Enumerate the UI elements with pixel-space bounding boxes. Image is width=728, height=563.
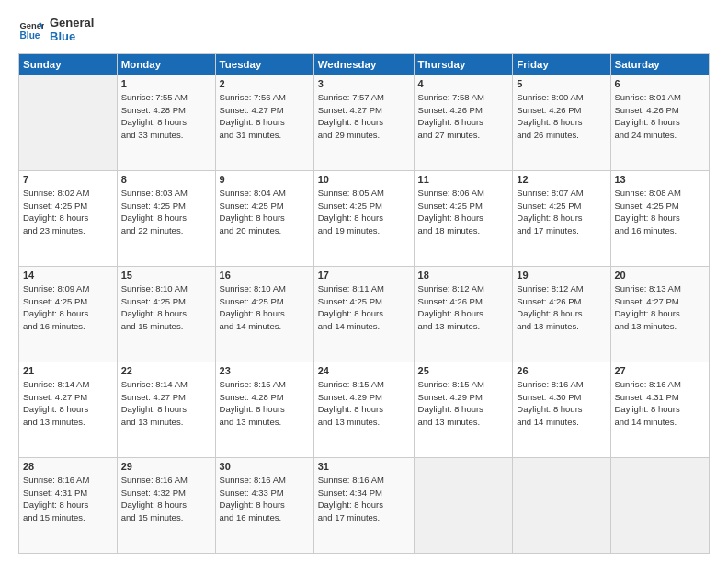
day-cell: 15Sunrise: 8:10 AM Sunset: 4:25 PM Dayli… [117, 266, 215, 362]
day-info: Sunrise: 7:57 AM Sunset: 4:27 PM Dayligh… [318, 91, 410, 142]
day-cell: 24Sunrise: 8:15 AM Sunset: 4:29 PM Dayli… [313, 362, 414, 457]
calendar-body: 1Sunrise: 7:55 AM Sunset: 4:28 PM Daylig… [19, 75, 710, 553]
weekday-sunday: Sunday [19, 53, 118, 75]
day-cell: 17Sunrise: 8:11 AM Sunset: 4:25 PM Dayli… [313, 266, 414, 362]
day-number: 27 [615, 365, 706, 376]
weekday-saturday: Saturday [610, 53, 710, 75]
day-number: 3 [318, 78, 410, 89]
week-row-3: 14Sunrise: 8:09 AM Sunset: 4:25 PM Dayli… [19, 266, 710, 362]
day-number: 25 [418, 365, 509, 376]
day-cell: 27Sunrise: 8:16 AM Sunset: 4:31 PM Dayli… [610, 362, 710, 457]
day-number: 5 [517, 78, 606, 89]
week-row-2: 7Sunrise: 8:02 AM Sunset: 4:25 PM Daylig… [19, 170, 710, 266]
day-cell: 3Sunrise: 7:57 AM Sunset: 4:27 PM Daylig… [313, 75, 414, 170]
day-cell: 4Sunrise: 7:58 AM Sunset: 4:26 PM Daylig… [414, 75, 513, 170]
day-info: Sunrise: 8:05 AM Sunset: 4:25 PM Dayligh… [318, 187, 410, 237]
day-cell: 16Sunrise: 8:10 AM Sunset: 4:25 PM Dayli… [215, 266, 313, 362]
logo: General Blue General Blue [18, 17, 94, 44]
day-number: 22 [121, 365, 211, 376]
calendar-page: General Blue General Blue SundayMondayTu… [0, 0, 728, 563]
day-cell: 1Sunrise: 7:55 AM Sunset: 4:28 PM Daylig… [117, 75, 215, 170]
day-number: 29 [121, 461, 211, 472]
day-number: 11 [418, 174, 509, 185]
day-info: Sunrise: 8:01 AM Sunset: 4:26 PM Dayligh… [615, 91, 706, 142]
day-cell [513, 457, 610, 553]
week-row-5: 28Sunrise: 8:16 AM Sunset: 4:31 PM Dayli… [19, 457, 710, 553]
day-cell: 6Sunrise: 8:01 AM Sunset: 4:26 PM Daylig… [610, 75, 710, 170]
day-info: Sunrise: 8:15 AM Sunset: 4:29 PM Dayligh… [318, 378, 410, 429]
day-cell: 28Sunrise: 8:16 AM Sunset: 4:31 PM Dayli… [19, 457, 118, 553]
day-number: 20 [615, 270, 706, 281]
day-info: Sunrise: 8:14 AM Sunset: 4:27 PM Dayligh… [23, 378, 113, 429]
weekday-header: SundayMondayTuesdayWednesdayThursdayFrid… [19, 53, 710, 75]
day-info: Sunrise: 7:56 AM Sunset: 4:27 PM Dayligh… [220, 91, 310, 142]
day-info: Sunrise: 8:12 AM Sunset: 4:26 PM Dayligh… [418, 282, 509, 333]
day-number: 1 [121, 78, 211, 89]
day-info: Sunrise: 8:03 AM Sunset: 4:25 PM Dayligh… [121, 187, 211, 237]
svg-text:Blue: Blue [20, 30, 40, 40]
day-number: 23 [220, 365, 310, 376]
day-info: Sunrise: 8:09 AM Sunset: 4:25 PM Dayligh… [23, 282, 113, 333]
day-info: Sunrise: 8:10 AM Sunset: 4:25 PM Dayligh… [220, 282, 310, 333]
day-number: 9 [220, 174, 310, 185]
day-number: 12 [517, 174, 606, 185]
day-info: Sunrise: 8:06 AM Sunset: 4:25 PM Dayligh… [418, 187, 509, 237]
day-cell: 2Sunrise: 7:56 AM Sunset: 4:27 PM Daylig… [215, 75, 313, 170]
day-info: Sunrise: 8:16 AM Sunset: 4:30 PM Dayligh… [517, 378, 606, 429]
day-cell: 8Sunrise: 8:03 AM Sunset: 4:25 PM Daylig… [117, 170, 215, 266]
day-info: Sunrise: 8:16 AM Sunset: 4:31 PM Dayligh… [23, 474, 113, 524]
day-cell: 18Sunrise: 8:12 AM Sunset: 4:26 PM Dayli… [414, 266, 513, 362]
day-info: Sunrise: 8:12 AM Sunset: 4:26 PM Dayligh… [517, 282, 606, 333]
day-cell: 20Sunrise: 8:13 AM Sunset: 4:27 PM Dayli… [610, 266, 710, 362]
day-info: Sunrise: 8:16 AM Sunset: 4:31 PM Dayligh… [615, 378, 706, 429]
logo-blue: Blue [50, 30, 94, 44]
day-cell: 31Sunrise: 8:16 AM Sunset: 4:34 PM Dayli… [313, 457, 414, 553]
day-info: Sunrise: 8:04 AM Sunset: 4:25 PM Dayligh… [220, 187, 310, 237]
day-cell: 14Sunrise: 8:09 AM Sunset: 4:25 PM Dayli… [19, 266, 118, 362]
day-number: 15 [121, 270, 211, 281]
day-info: Sunrise: 8:10 AM Sunset: 4:25 PM Dayligh… [121, 282, 211, 333]
day-number: 6 [615, 78, 706, 89]
day-number: 28 [23, 461, 113, 472]
day-number: 31 [318, 461, 410, 472]
day-number: 18 [418, 270, 509, 281]
day-cell: 7Sunrise: 8:02 AM Sunset: 4:25 PM Daylig… [19, 170, 118, 266]
day-info: Sunrise: 8:02 AM Sunset: 4:25 PM Dayligh… [23, 187, 113, 237]
day-cell: 5Sunrise: 8:00 AM Sunset: 4:26 PM Daylig… [513, 75, 610, 170]
day-info: Sunrise: 8:07 AM Sunset: 4:25 PM Dayligh… [517, 187, 606, 237]
day-number: 17 [318, 270, 410, 281]
logo-icon: General Blue [18, 17, 44, 43]
header: General Blue General Blue [18, 17, 710, 44]
day-info: Sunrise: 8:16 AM Sunset: 4:33 PM Dayligh… [220, 474, 310, 524]
day-cell: 29Sunrise: 8:16 AM Sunset: 4:32 PM Dayli… [117, 457, 215, 553]
day-info: Sunrise: 7:55 AM Sunset: 4:28 PM Dayligh… [121, 91, 211, 142]
day-info: Sunrise: 8:00 AM Sunset: 4:26 PM Dayligh… [517, 91, 606, 142]
week-row-1: 1Sunrise: 7:55 AM Sunset: 4:28 PM Daylig… [19, 75, 710, 170]
day-number: 26 [517, 365, 606, 376]
day-number: 14 [23, 270, 113, 281]
day-number: 7 [23, 174, 113, 185]
day-cell [19, 75, 118, 170]
week-row-4: 21Sunrise: 8:14 AM Sunset: 4:27 PM Dayli… [19, 362, 710, 457]
day-cell: 30Sunrise: 8:16 AM Sunset: 4:33 PM Dayli… [215, 457, 313, 553]
weekday-tuesday: Tuesday [215, 53, 313, 75]
day-info: Sunrise: 8:15 AM Sunset: 4:28 PM Dayligh… [220, 378, 310, 429]
day-info: Sunrise: 8:14 AM Sunset: 4:27 PM Dayligh… [121, 378, 211, 429]
day-number: 16 [220, 270, 310, 281]
day-number: 10 [318, 174, 410, 185]
calendar-table: SundayMondayTuesdayWednesdayThursdayFrid… [18, 53, 710, 554]
day-cell: 19Sunrise: 8:12 AM Sunset: 4:26 PM Dayli… [513, 266, 610, 362]
logo-general: General [50, 17, 94, 30]
day-cell: 26Sunrise: 8:16 AM Sunset: 4:30 PM Dayli… [513, 362, 610, 457]
weekday-monday: Monday [117, 53, 215, 75]
day-number: 21 [23, 365, 113, 376]
day-cell: 11Sunrise: 8:06 AM Sunset: 4:25 PM Dayli… [414, 170, 513, 266]
day-number: 24 [318, 365, 410, 376]
day-number: 4 [418, 78, 509, 89]
day-cell: 9Sunrise: 8:04 AM Sunset: 4:25 PM Daylig… [215, 170, 313, 266]
day-cell: 12Sunrise: 8:07 AM Sunset: 4:25 PM Dayli… [513, 170, 610, 266]
day-number: 13 [615, 174, 706, 185]
day-number: 30 [220, 461, 310, 472]
day-number: 2 [220, 78, 310, 89]
day-number: 8 [121, 174, 211, 185]
